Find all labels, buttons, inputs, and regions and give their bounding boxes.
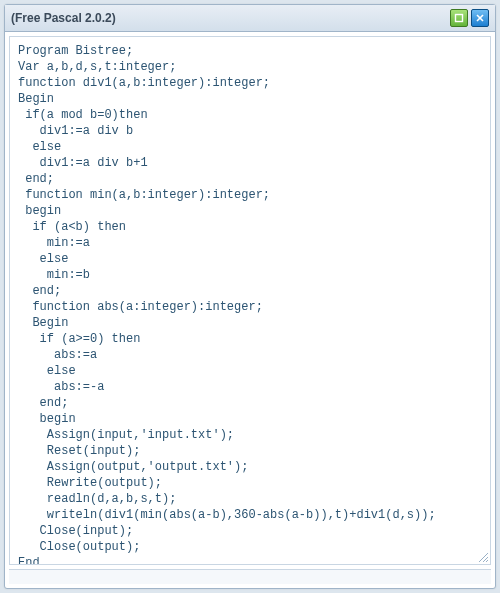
close-button[interactable] bbox=[471, 9, 489, 27]
titlebar[interactable]: (Free Pascal 2.0.2) bbox=[5, 5, 495, 32]
window-title: (Free Pascal 2.0.2) bbox=[11, 11, 447, 25]
resize-grip-icon bbox=[477, 551, 489, 563]
resize-grip[interactable] bbox=[477, 551, 489, 563]
svg-rect-0 bbox=[456, 15, 463, 22]
svg-line-5 bbox=[486, 560, 488, 562]
bottom-bar bbox=[9, 569, 491, 584]
code-text: Program Bistree; Var a,b,d,s,t:integer; … bbox=[10, 37, 490, 565]
editor-window: (Free Pascal 2.0.2) Program Bistree; Var… bbox=[4, 4, 496, 589]
close-icon bbox=[475, 13, 485, 23]
minimize-icon bbox=[454, 13, 464, 23]
minimize-button[interactable] bbox=[450, 9, 468, 27]
code-editor[interactable]: Program Bistree; Var a,b,d,s,t:integer; … bbox=[9, 36, 491, 565]
